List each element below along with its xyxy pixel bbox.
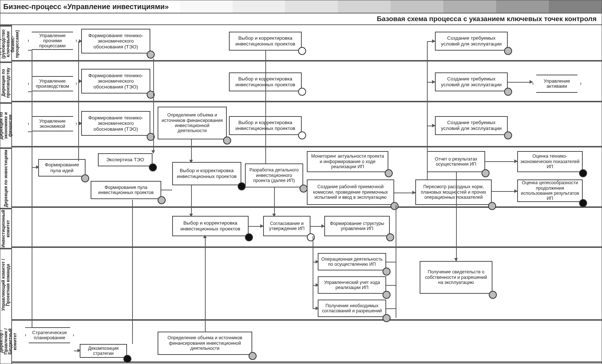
box-cond-3: Создание требуемых условий для эксплуата… bbox=[435, 116, 508, 135]
arrow-icon bbox=[514, 189, 518, 193]
arrow-icon bbox=[454, 258, 458, 261]
tag-asset-mgmt: Управление активами bbox=[532, 75, 581, 93]
connector bbox=[427, 41, 435, 42]
connector bbox=[485, 161, 517, 162]
arrow-icon bbox=[189, 214, 193, 217]
control-point bbox=[383, 291, 391, 299]
connector bbox=[427, 82, 435, 83]
arrow-icon bbox=[189, 160, 193, 163]
box-eval-tech: Оценка технико-экономических показателей… bbox=[517, 151, 583, 172]
arrow-icon bbox=[79, 39, 82, 43]
arrow-icon bbox=[203, 235, 207, 238]
swimlane-label: Дирекция по экономике и финансам bbox=[0, 102, 11, 147]
arrow-icon bbox=[79, 122, 82, 125]
swimlane-labels: Прочие дирекции (руководство ключевыми б… bbox=[0, 25, 12, 364]
control-point bbox=[249, 352, 257, 360]
arrow-icon bbox=[316, 306, 319, 310]
swimlane-label: Управляющий комитет / Проектная команда bbox=[0, 248, 11, 321]
box-commission: Создание рабочей приемочной комиссии, пр… bbox=[307, 179, 394, 205]
box-report-ip: Отчет о результатах осуществления ИП bbox=[427, 151, 485, 172]
tag-prod-mgmt: Управление производством bbox=[28, 76, 77, 91]
arrow-icon bbox=[78, 349, 81, 352]
box-sel-inv: Выбор и корректировка инвестиционных про… bbox=[172, 162, 241, 185]
connector bbox=[396, 205, 396, 318]
control-point bbox=[307, 233, 315, 241]
connector bbox=[386, 308, 396, 309]
arrow-icon bbox=[79, 79, 82, 83]
control-point bbox=[147, 51, 155, 59]
control-point bbox=[238, 182, 246, 190]
swimlane-label: Дирекция по инвестициям bbox=[0, 147, 11, 208]
box-ownership: Получение свидетельств о собственности и… bbox=[420, 261, 492, 294]
connector bbox=[313, 236, 313, 309]
diagram-canvas: Управление прочими процессами Управление… bbox=[12, 25, 602, 364]
control-point bbox=[123, 355, 131, 363]
connector bbox=[191, 185, 192, 216]
control-point bbox=[579, 199, 587, 207]
box-pool-ideas: Формирование пула идей bbox=[38, 159, 86, 177]
connector bbox=[32, 167, 32, 327]
connector bbox=[508, 82, 532, 83]
control-point bbox=[383, 314, 391, 322]
box-oper-act: Операционная деятельность по осуществлен… bbox=[318, 253, 386, 270]
arrow-icon bbox=[316, 260, 319, 264]
connector bbox=[456, 172, 457, 261]
control-point bbox=[298, 47, 306, 55]
connector bbox=[132, 200, 133, 344]
tag-econ-mgmt: Управление экономикой bbox=[28, 116, 77, 131]
connector bbox=[386, 262, 396, 262]
connector bbox=[161, 190, 172, 190]
box-pool-proj: Формирование пула инвестиционных проекто… bbox=[91, 181, 161, 199]
box-fin-src: Определение объема и источников финансир… bbox=[158, 107, 227, 139]
box-sel-1: Выбор и корректировка инвестиционных про… bbox=[229, 32, 302, 51]
arrow-icon bbox=[321, 224, 325, 228]
lane-row bbox=[12, 248, 602, 321]
control-point bbox=[300, 185, 308, 193]
box-revise-norms: Пересмотр расходных норм, плановых мощно… bbox=[415, 179, 492, 205]
control-point bbox=[504, 131, 512, 139]
box-approvals: Получение необходимых согласований и раз… bbox=[318, 300, 386, 317]
control-point bbox=[385, 169, 393, 177]
title-gradient bbox=[180, 0, 602, 13]
control-point bbox=[81, 174, 89, 182]
connector bbox=[191, 139, 192, 162]
box-detail-proj: Разработка детального инвестиционного пр… bbox=[245, 163, 303, 187]
box-approve-ip: Согласование и утверждение ИП bbox=[263, 216, 310, 236]
connector bbox=[386, 285, 396, 286]
box-sel-ic: Выбор и корректировка инвестиционных про… bbox=[172, 216, 249, 236]
box-decomp: Декомпозиция стратегии bbox=[80, 344, 127, 358]
connector bbox=[427, 41, 428, 179]
control-point bbox=[482, 169, 490, 177]
arrow-icon bbox=[260, 224, 264, 228]
diagram-page: Бизнес-процесс «Управление инвестициями»… bbox=[0, 0, 602, 364]
arrow-icon bbox=[514, 159, 518, 163]
box-mgmt-acct: Управленческий учет хода реализации ИП bbox=[318, 276, 386, 294]
box-teo-exp: Экспертиза ТЭО bbox=[98, 153, 153, 166]
box-fin-src-ceo: Определение объема и источников финансир… bbox=[158, 332, 252, 355]
box-cond-2: Создание требуемых условий для эксплуата… bbox=[435, 72, 508, 91]
control-point bbox=[298, 131, 306, 139]
connector bbox=[492, 191, 517, 192]
swimlane-label: Дирекция по производству bbox=[0, 62, 11, 102]
box-cond-1: Создание требуемых условий для эксплуата… bbox=[435, 32, 508, 51]
control-point bbox=[488, 202, 496, 210]
connector bbox=[25, 327, 32, 328]
control-point bbox=[579, 169, 587, 177]
subtitle: Базовая схема процесса с указанием ключе… bbox=[0, 13, 602, 25]
control-point bbox=[298, 88, 306, 96]
control-point bbox=[391, 202, 399, 210]
arrow-icon bbox=[272, 214, 276, 217]
arrow-icon bbox=[530, 80, 533, 84]
connector bbox=[153, 59, 154, 153]
control-point bbox=[223, 136, 231, 145]
swimlane-label: Прочие дирекции (руководство ключевыми б… bbox=[0, 25, 11, 62]
connector bbox=[28, 131, 32, 132]
box-struct-ip: Формирование структуры управления ИП bbox=[324, 216, 390, 236]
box-teo-2: Формирование технико-экономического обос… bbox=[81, 69, 150, 94]
swimlane-label: Инвестиционный комитет bbox=[0, 208, 11, 248]
connector bbox=[32, 50, 32, 167]
box-eval-feas: Оценка целесообразности продолжения испо… bbox=[517, 179, 583, 202]
box-monitoring: Мониторинг актуальности проекта и информ… bbox=[307, 151, 388, 172]
control-point bbox=[245, 233, 253, 241]
arrow-icon bbox=[412, 191, 416, 194]
